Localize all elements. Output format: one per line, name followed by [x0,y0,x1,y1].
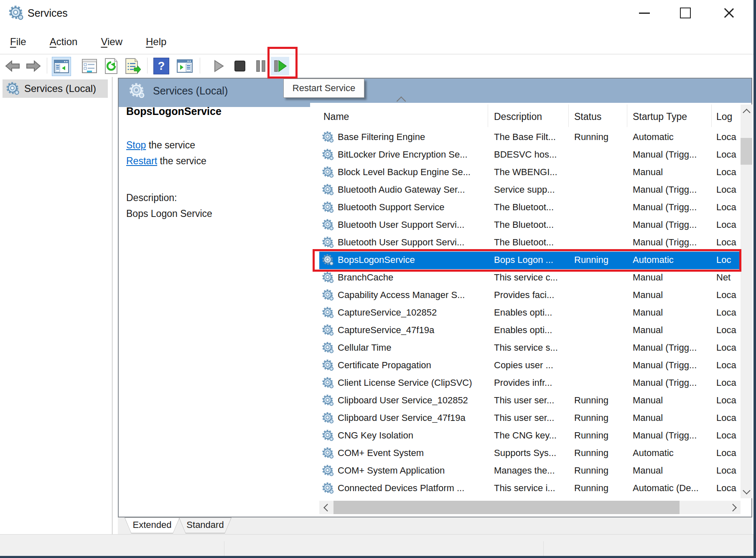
service-row[interactable]: Base Filtering EngineThe Base Filt...Run… [319,129,741,146]
scroll-right-button[interactable] [727,501,741,514]
service-name: COM+ Event System [338,448,424,459]
service-action-links: Stop the service Restart the service [126,137,206,169]
service-logon-as: Loca [716,448,736,459]
properties-button[interactable] [80,57,99,75]
column-header-name[interactable]: Name [323,111,349,122]
show-console-tree-button[interactable] [52,57,71,76]
service-row[interactable]: Clipboard User Service_102852This user s… [319,392,741,410]
service-row[interactable]: BranchCacheThis service c...ManualNet [319,269,741,287]
gear-icon [322,447,334,459]
service-row[interactable]: COM+ Event SystemSupports Sys...RunningA… [319,445,741,462]
services-pane: Services (Local) BopsLogonService Stop t… [118,78,752,517]
refresh-icon [104,58,119,74]
service-description: Provides infr... [494,377,552,388]
maximize-button[interactable] [672,4,699,22]
close-button[interactable] [715,4,742,22]
restart-service-link[interactable]: Restart [126,155,157,166]
service-row[interactable]: Capability Access Manager S...Provides f… [319,287,741,304]
scroll-left-button[interactable] [319,501,333,514]
service-logon-as: Loca [716,290,736,301]
gear-icon [322,271,334,284]
menu-item-help[interactable]: Help [140,33,172,50]
services-list-body: Base Filtering EngineThe Base Filt...Run… [319,129,741,497]
horizontal-scrollbar-thumb[interactable] [333,501,680,514]
forward-button[interactable] [24,57,43,75]
export-list-button[interactable] [124,57,142,75]
column-header-startup-type[interactable]: Startup Type [633,111,687,122]
service-description: The Base Filt... [494,132,556,143]
service-row[interactable]: Bluetooth Support ServiceThe Bluetoot...… [319,199,741,217]
vertical-scrollbar[interactable] [741,104,752,498]
tab-standard[interactable]: Standard [179,517,232,533]
gear-icon [322,464,334,477]
service-startup-type: Manual (Trigg... [633,237,697,248]
service-status: Running [574,483,608,494]
maximize-icon [680,8,691,18]
column-header-status[interactable]: Status [574,111,601,122]
service-row[interactable]: BitLocker Drive Encryption Se...BDESVC h… [319,146,741,164]
service-name: Bluetooth User Support Servi... [338,219,464,230]
gear-icon [322,166,334,178]
pane-header-title: Services (Local) [153,85,228,97]
scroll-down-button[interactable] [741,485,752,498]
service-logon-as: Loca [716,307,736,318]
service-row[interactable]: Client License Service (ClipSVC)Provides… [319,375,741,392]
column-header-log[interactable]: Log [716,111,732,122]
back-button[interactable] [3,57,22,75]
service-status: Running [574,395,608,406]
vertical-scrollbar-thumb[interactable] [741,138,752,165]
scroll-up-button[interactable] [741,104,752,118]
service-name: Client License Service (ClipSVC) [338,377,472,388]
service-row[interactable]: COM+ System ApplicationManages the...Run… [319,462,741,480]
service-row[interactable]: Bluetooth Audio Gateway Ser...Service su… [319,181,741,199]
properties-icon [82,59,97,73]
service-startup-type: Manual (Trigg... [633,377,697,388]
window-border-bottom [0,556,756,558]
menu-item-view[interactable]: View [95,33,128,50]
gear-icon [322,324,334,336]
services-app-icon [8,5,24,21]
minimize-button[interactable] [631,4,658,22]
service-description: The Bluetoot... [494,219,554,230]
service-row[interactable]: Connected Devices Platform ...This servi… [319,480,741,497]
service-name: Certificate Propagation [338,360,431,371]
stop-service-link[interactable]: Stop [126,140,146,150]
service-logon-as: Loca [716,149,736,160]
service-description: This service i... [494,483,555,494]
service-name: CaptureService_102852 [338,307,437,318]
back-arrow-icon [5,60,20,72]
service-startup-type: Manual [633,465,663,476]
horizontal-scrollbar[interactable] [319,501,741,514]
gear-icon [322,359,334,372]
help-button[interactable]: ? [152,57,171,75]
play-icon [214,60,224,72]
stop-service-button[interactable] [231,57,249,75]
tree-item-services-local[interactable]: Services (Local) [3,79,108,98]
service-row[interactable]: Block Level Backup Engine Se...The WBENG… [319,164,741,181]
service-row[interactable]: CaptureService_102852Enables opti...Manu… [319,304,741,322]
service-startup-type: Manual [633,272,663,283]
pause-icon [255,60,266,72]
menu-item-file[interactable]: File [4,33,32,50]
service-row[interactable]: Certificate PropagationCopies user ...Ma… [319,357,741,375]
service-row[interactable]: CaptureService_47f19aEnables opti...Manu… [319,322,741,339]
restart-button-annotation-box [267,47,298,79]
show-action-pane-button[interactable] [176,57,194,75]
refresh-button[interactable] [102,57,120,75]
selected-service-name: BopsLogonService [126,105,221,117]
service-row[interactable]: CNG Key IsolationThe CNG key...RunningMa… [319,427,741,445]
service-row[interactable]: Bluetooth User Support Servi...The Bluet… [319,217,741,234]
service-logon-as: Net [716,272,731,283]
service-row[interactable]: Clipboard User Service_47f19aThis user s… [319,410,741,427]
column-header-description[interactable]: Description [494,111,542,122]
window-border-right [753,0,756,558]
service-description: Service supp... [494,184,555,195]
service-row[interactable]: Cellular TimeThis service s...Manual (Tr… [319,339,741,357]
service-startup-type: Manual [633,395,663,406]
stop-icon [234,60,246,72]
tab-extended[interactable]: Extended [125,517,180,533]
menu-item-action[interactable]: Action [44,33,84,50]
start-service-button[interactable] [210,57,228,75]
gear-icon [322,131,334,143]
service-description: Supports Sys... [494,448,556,459]
